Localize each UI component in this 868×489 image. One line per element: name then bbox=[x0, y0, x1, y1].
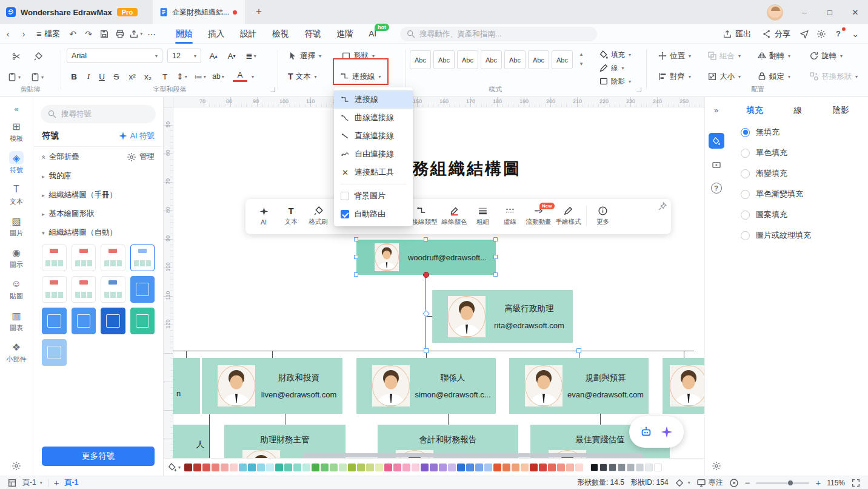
color-swatch[interactable] bbox=[230, 464, 238, 471]
close-button[interactable]: ✕ bbox=[843, 0, 868, 24]
text-tool-button[interactable]: T文本▾ bbox=[285, 69, 320, 84]
fill-panel-button[interactable] bbox=[709, 133, 724, 149]
color-swatch[interactable] bbox=[193, 464, 201, 471]
global-search-input[interactable] bbox=[419, 30, 591, 38]
menu-item-background-image[interactable]: 背景圖片 bbox=[334, 187, 413, 205]
user-avatar[interactable] bbox=[767, 4, 783, 21]
line-button[interactable]: 線▾ bbox=[599, 63, 624, 73]
bold-button[interactable]: B bbox=[67, 69, 81, 84]
shapes-tool-button[interactable]: 形狀▾ bbox=[338, 49, 378, 63]
line-spacing-button[interactable]: ⇕▾ bbox=[175, 69, 189, 84]
style-preset[interactable]: Abc bbox=[504, 50, 526, 69]
symbol-thumbnail[interactable] bbox=[101, 244, 125, 271]
line-color-button[interactable]: 線條顏色 bbox=[440, 206, 469, 226]
settings-button[interactable] bbox=[813, 26, 829, 42]
color-swatch[interactable] bbox=[293, 464, 301, 471]
fill-option-none[interactable]: 無填充 bbox=[727, 122, 868, 143]
color-swatch[interactable] bbox=[521, 464, 529, 471]
checkbox-checked-icon[interactable] bbox=[341, 210, 349, 218]
color-swatch[interactable] bbox=[575, 464, 583, 471]
add-page-button[interactable]: + bbox=[54, 477, 59, 488]
org-node-assistant[interactable]: 高級行政助理 rita@edrawsoft.com bbox=[432, 290, 573, 343]
strikethrough-button[interactable]: S bbox=[109, 69, 124, 84]
symbol-thumbnail[interactable] bbox=[101, 276, 125, 303]
grayscale-swatch[interactable] bbox=[609, 464, 616, 471]
flip-button[interactable]: 翻轉▾ bbox=[754, 49, 793, 63]
collapse-ribbon-button[interactable]: ⌄ bbox=[847, 26, 863, 42]
tab-fill[interactable]: 填充 bbox=[746, 105, 763, 116]
gallery-up-button[interactable]: ▴ bbox=[577, 50, 586, 58]
fill-button[interactable]: 填充▾ bbox=[599, 50, 631, 59]
style-preset[interactable]: Abc bbox=[433, 50, 455, 69]
color-swatch[interactable] bbox=[412, 464, 419, 471]
sidebar-item-text[interactable]: T文本 bbox=[9, 183, 24, 206]
color-swatch[interactable] bbox=[512, 464, 519, 471]
cut-button[interactable] bbox=[8, 49, 24, 64]
symbol-group-my-library[interactable]: ▸我的庫 bbox=[33, 167, 163, 186]
color-swatch[interactable] bbox=[548, 464, 556, 471]
fill-color-button[interactable]: ▾ bbox=[167, 462, 181, 472]
color-swatch[interactable] bbox=[539, 464, 547, 471]
connector-line[interactable] bbox=[209, 414, 210, 458]
color-swatch[interactable] bbox=[484, 464, 492, 471]
menu-item-connector[interactable]: 連接線 bbox=[334, 90, 413, 109]
copy-button[interactable]: ▾ bbox=[29, 69, 45, 85]
connector-line[interactable] bbox=[600, 414, 601, 425]
sidebar-item-symbols[interactable]: ◈符號 bbox=[9, 151, 24, 175]
zoom-level[interactable]: 115% bbox=[827, 479, 845, 487]
color-swatch[interactable] bbox=[330, 464, 338, 471]
page-selector[interactable]: 頁-1▾ bbox=[22, 477, 42, 488]
position-button[interactable]: 位置▾ bbox=[655, 49, 694, 63]
connector-line[interactable] bbox=[285, 414, 285, 425]
grayscale-swatch[interactable] bbox=[654, 464, 662, 471]
presentation-play-button[interactable] bbox=[729, 478, 739, 488]
color-swatch[interactable] bbox=[321, 464, 329, 471]
color-swatch[interactable] bbox=[357, 464, 365, 471]
org-node-planning[interactable]: 規劃與預算 evan@edrawsoft.com bbox=[509, 358, 649, 414]
file-menu-button[interactable]: ≡檔案 bbox=[32, 29, 65, 39]
selection-handle[interactable] bbox=[424, 237, 428, 241]
redo-button[interactable]: ↷ bbox=[81, 26, 96, 42]
menu-item-auto-route[interactable]: 自動路由 bbox=[334, 205, 413, 223]
color-swatch[interactable] bbox=[439, 464, 447, 471]
symbol-thumbnail[interactable] bbox=[130, 244, 155, 271]
lock-button[interactable]: 鎖定▾ bbox=[754, 69, 793, 84]
grayscale-swatch[interactable] bbox=[636, 464, 644, 471]
collapse-all-button[interactable]: «全部折疊 bbox=[42, 152, 79, 162]
maximize-button[interactable]: □ bbox=[817, 0, 843, 24]
subscript-button[interactable]: x₂ bbox=[141, 69, 155, 84]
print-button[interactable] bbox=[112, 26, 128, 42]
tab-advanced[interactable]: 進階 bbox=[329, 24, 361, 44]
color-swatch[interactable] bbox=[384, 464, 392, 471]
highlight-button[interactable]: ab▾ bbox=[211, 69, 225, 84]
align-button[interactable]: 對齊▾ bbox=[655, 69, 694, 84]
symbol-search-input[interactable] bbox=[61, 110, 149, 118]
help-panel-button[interactable]: ? bbox=[711, 183, 722, 194]
color-swatch[interactable] bbox=[248, 464, 256, 471]
horizontal-scrollbar[interactable] bbox=[303, 453, 643, 457]
clear-format-button[interactable]: T bbox=[158, 69, 172, 84]
symbol-thumbnail[interactable] bbox=[101, 308, 125, 334]
format-painter-button[interactable] bbox=[30, 49, 46, 64]
color-swatch[interactable] bbox=[530, 464, 538, 471]
symbol-thumbnail[interactable] bbox=[130, 308, 155, 334]
select-tool-button[interactable]: 選擇▾ bbox=[285, 49, 324, 63]
connection-point[interactable] bbox=[423, 272, 429, 278]
focus-mode-button[interactable]: 專注 bbox=[696, 477, 723, 488]
connector-line[interactable] bbox=[448, 414, 449, 425]
help-button[interactable]: ? bbox=[830, 26, 846, 42]
zoom-in-button[interactable]: + bbox=[815, 477, 821, 488]
sidebar-item-charts[interactable]: ▥圖表 bbox=[9, 309, 24, 332]
shadow-button[interactable]: 陰影▾ bbox=[599, 76, 631, 86]
font-group-expander[interactable] bbox=[270, 87, 275, 92]
grayscale-swatch[interactable] bbox=[599, 464, 607, 471]
style-preset[interactable]: Abc bbox=[457, 50, 478, 69]
org-node-contact[interactable]: 聯係人 simon@edrawsoft.c... bbox=[356, 358, 496, 414]
color-swatch[interactable] bbox=[212, 464, 219, 471]
panel-settings-button[interactable] bbox=[712, 461, 721, 471]
symbol-thumbnail[interactable] bbox=[42, 244, 67, 271]
dash-style-button[interactable]: 虛線 bbox=[497, 206, 524, 226]
color-swatch[interactable] bbox=[448, 464, 456, 471]
robot-icon[interactable] bbox=[639, 425, 653, 439]
line-weight-button[interactable]: 粗細 bbox=[470, 206, 496, 226]
